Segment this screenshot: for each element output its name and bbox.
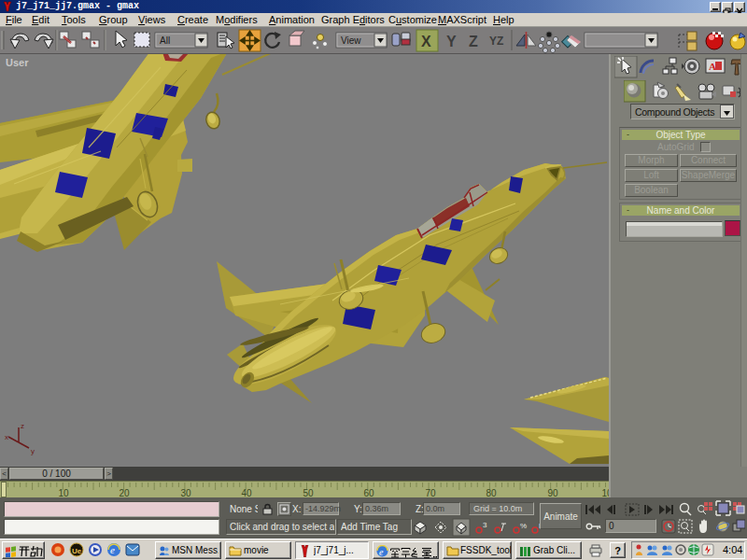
svg-text:View: View bbox=[341, 35, 361, 46]
svg-text:e: e bbox=[379, 547, 384, 557]
svg-text:3: 3 bbox=[483, 521, 487, 529]
svg-text:%: % bbox=[520, 522, 527, 530]
svg-text:e: e bbox=[110, 544, 115, 555]
svg-text:Y: Y bbox=[446, 34, 457, 49]
svg-text:z: z bbox=[21, 422, 24, 430]
svg-text:A: A bbox=[709, 61, 716, 72]
svg-text:Ue: Ue bbox=[72, 547, 82, 555]
svg-text:X: X bbox=[421, 34, 431, 49]
svg-text:x: x bbox=[5, 433, 8, 441]
svg-text:Z: Z bbox=[469, 34, 478, 49]
svg-text:All: All bbox=[160, 35, 170, 46]
svg-text:y: y bbox=[31, 447, 35, 455]
svg-text:YZ: YZ bbox=[489, 35, 503, 48]
